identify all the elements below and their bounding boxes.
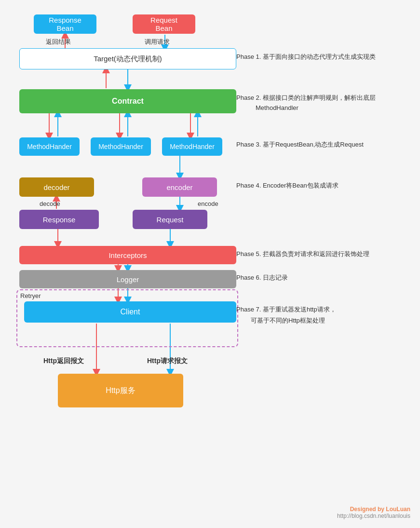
method-handler-1: MethodHander <box>19 137 80 156</box>
phase7-text: Phase 7. 基于重试器发送http请求， 可基于不同的Http框架处理 <box>236 304 336 326</box>
watermark: Designed by LouLuan http://blog.csdn.net… <box>337 506 410 519</box>
request-box: Request <box>133 210 207 229</box>
decode-label: decode <box>40 200 60 207</box>
method-handler-3: MethodHander <box>162 137 222 156</box>
retryer-label: Retryer <box>20 292 41 299</box>
phase5-text: Phase 5. 拦截器负责对请求和返回进行装饰处理 <box>236 249 369 259</box>
encoder-box: encoder <box>142 177 217 197</box>
watermark-line1: Designed by LouLuan <box>337 506 410 513</box>
method-handler-2: MethodHander <box>91 137 151 156</box>
phase4-text: Phase 4. Encoder将Bean包装成请求 <box>236 181 339 191</box>
http-return-label: Http返回报文 <box>43 357 84 366</box>
http-request-label: Http请求报文 <box>147 357 188 366</box>
response-bean-box: Response Bean <box>34 14 96 34</box>
phase2-text: Phase 2. 根据接口类的注解声明规则，解析出底层 MethodHandle… <box>236 93 376 113</box>
return-label: 返回结果 <box>46 38 71 46</box>
watermark-line2: http://blog.csdn.net/luanlouis <box>337 513 410 519</box>
client-box: Client <box>24 301 236 323</box>
target-box: Target(动态代理机制) <box>19 48 236 69</box>
response-box: Response <box>19 210 99 229</box>
diagram-area: Response Bean Request Bean 返回结果 调用请求 Tar… <box>0 0 420 528</box>
phase1-text: Phase 1. 基于面向接口的动态代理方式生成实现类 <box>236 52 376 62</box>
decoder-box: decoder <box>19 177 94 197</box>
call-label: 调用请求 <box>145 38 170 46</box>
encode-label: encode <box>198 200 218 207</box>
phase3-text: Phase 3. 基于RequestBean,动态生成Request <box>236 140 364 150</box>
phase6-text: Phase 6. 日志记录 <box>236 273 288 283</box>
request-bean-box: Request Bean <box>133 14 195 34</box>
http-service-box: Http服务 <box>58 374 183 407</box>
interceptors-box: Interceptors <box>19 246 236 264</box>
logger-box: Logger <box>19 270 236 288</box>
contract-box: Contract <box>19 89 236 113</box>
